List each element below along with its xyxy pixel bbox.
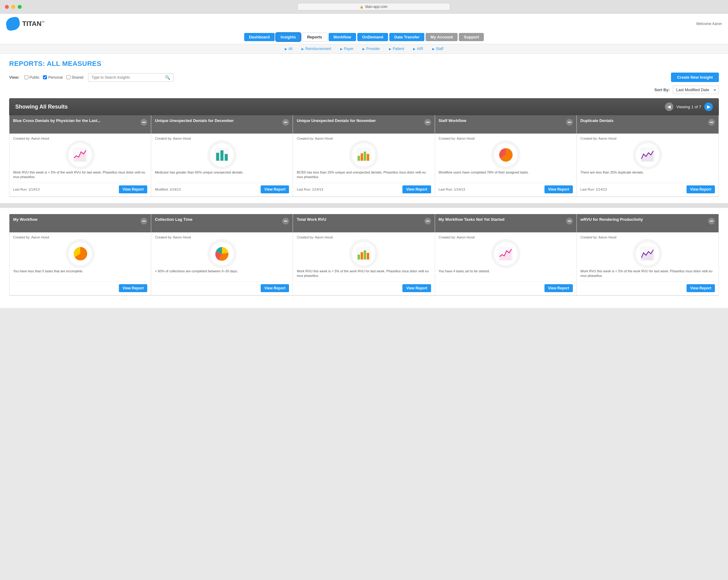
card-body-workflow-tasks: Created by: Aaron Hood You have 4 tasks …: [435, 232, 576, 295]
nav-reports[interactable]: Reports: [302, 33, 327, 42]
checkbox-shared-input[interactable]: [67, 75, 71, 79]
checkbox-public[interactable]: Public: [24, 75, 40, 80]
page-prev-button[interactable]: ◀: [665, 102, 673, 111]
svg-point-1: [143, 122, 145, 123]
card-footer-10: View Report: [580, 281, 715, 292]
subnav-ar[interactable]: ▶ A/R: [413, 47, 423, 51]
card-menu-icon-6[interactable]: [140, 218, 147, 224]
card-body-unique-dec: Created by: Aaron Hood Medicare has grea…: [151, 133, 293, 196]
nav-myaccount[interactable]: My Account: [425, 33, 458, 41]
svg-point-31: [145, 221, 146, 222]
nav-dashboard[interactable]: Dashboard: [244, 33, 275, 41]
card-total-rvu: Total Work RVU Created by: Aaron Hood: [293, 214, 435, 296]
last-run-1: Last Run: 1/14/13: [13, 187, 40, 191]
card-desc-1: Work RVU this week is < 5% of the work R…: [13, 170, 147, 180]
svg-rect-9: [216, 153, 219, 161]
subnav-patient[interactable]: ▶ Patient: [389, 47, 404, 51]
card-desc-2: Medicare has greater than 65% unique une…: [155, 170, 289, 180]
view-report-button-9[interactable]: View Report: [544, 284, 573, 292]
card-title-wrvu: wRVU for Rendering Productivity: [580, 217, 706, 222]
subnav-all[interactable]: ▶ All: [285, 47, 292, 51]
page-next-button[interactable]: ▶: [704, 102, 713, 111]
card-menu-icon-9[interactable]: [566, 218, 573, 224]
svg-rect-43: [364, 250, 366, 259]
address-bar[interactable]: 🔒 titan-app.com: [297, 3, 450, 10]
svg-rect-19: [367, 154, 369, 161]
chart-pie-orange-4: [494, 143, 518, 167]
card-menu-icon-10[interactable]: [708, 218, 715, 224]
subnav-provider[interactable]: ▶ Provider: [362, 47, 380, 51]
chart-bar-green-3: [352, 143, 376, 167]
traffic-light-green[interactable]: [18, 5, 22, 9]
svg-point-13: [427, 122, 428, 123]
card-footer-6: View Report: [13, 281, 147, 292]
nav-support[interactable]: Support: [459, 33, 484, 41]
nav-insights[interactable]: Insights: [276, 33, 301, 41]
nav-workflow[interactable]: Workflow: [329, 33, 356, 41]
card-footer-9: View Report: [439, 281, 573, 292]
view-report-button-4[interactable]: View Report: [544, 185, 573, 193]
sort-label: Sort By:: [654, 87, 670, 92]
checkbox-shared[interactable]: Shared: [67, 75, 83, 80]
view-report-button-1[interactable]: View Report: [119, 185, 147, 193]
svg-point-50: [710, 221, 711, 222]
subnav-payer[interactable]: ▶ Payer: [340, 47, 353, 51]
card-header-total-rvu: Total Work RVU: [293, 214, 435, 232]
nav-ondemand[interactable]: OnDemand: [357, 33, 388, 41]
card-header-my-workflow: My Workflow: [9, 214, 151, 232]
view-report-button-6[interactable]: View Report: [119, 284, 147, 292]
created-by-3: Created by: Aaron Hood: [296, 136, 431, 140]
welcome-text: Welcome Aaron: [696, 22, 722, 26]
svg-point-45: [568, 221, 569, 222]
svg-point-47: [570, 221, 571, 222]
traffic-light-red[interactable]: [5, 5, 9, 9]
svg-rect-42: [361, 252, 363, 259]
sort-select[interactable]: Last Modified Date Name Created Date: [673, 86, 719, 94]
svg-point-7: [286, 122, 287, 123]
card-body-collection-lag: Created by: Aaron Hood < 60% of collecti…: [151, 232, 293, 295]
nav-datatransfer[interactable]: Data Transfer: [389, 33, 424, 41]
chart-line-pink-5: [635, 143, 660, 167]
card-menu-icon-8[interactable]: [424, 218, 431, 224]
view-report-button-7[interactable]: View Report: [261, 284, 289, 292]
card-menu-icon-7[interactable]: [282, 218, 289, 224]
checkbox-public-input[interactable]: [24, 75, 28, 79]
view-report-button-2[interactable]: View Report: [261, 185, 289, 193]
card-footer-7: View Report: [155, 281, 289, 292]
card-title-duplicate: Duplicate Denials: [580, 118, 706, 124]
card-footer-2: Modified: 1/14/13 View Report: [155, 183, 289, 193]
logo: TITAN™: [6, 17, 45, 30]
traffic-light-yellow[interactable]: [11, 5, 15, 9]
checkbox-personal-input[interactable]: [43, 75, 47, 79]
create-new-insight-button[interactable]: Create New Insight: [671, 73, 719, 82]
view-report-button-3[interactable]: View Report: [402, 185, 431, 193]
view-report-button-10[interactable]: View Report: [686, 284, 715, 292]
svg-point-52: [712, 221, 713, 222]
card-my-workflow: My Workflow Created by: Aaron Hood You h…: [9, 214, 151, 296]
last-run-4: Last Run: 1/14/13: [439, 187, 465, 191]
svg-point-46: [569, 221, 570, 222]
search-input[interactable]: [92, 75, 162, 80]
view-report-button-8[interactable]: View Report: [402, 284, 431, 292]
subnav-staff[interactable]: ▶ Staff: [432, 47, 443, 51]
created-by-6: Created by: Aaron Hood: [13, 235, 147, 239]
card-menu-icon-3[interactable]: [424, 119, 431, 126]
card-desc-10: Work RVU this week is < 5% of the work R…: [580, 269, 715, 278]
card-duplicate-denials: Duplicate Denials Created by: Aaron Hood…: [577, 115, 719, 197]
card-menu-icon-4[interactable]: [566, 119, 573, 126]
card-menu-icon-5[interactable]: [708, 119, 715, 126]
svg-point-33: [284, 221, 285, 222]
view-report-button-5[interactable]: View Report: [686, 185, 715, 193]
toolbar: View: Public Personal Shared 🔍 Create Ne…: [9, 73, 719, 82]
checkbox-personal[interactable]: Personal: [43, 75, 62, 80]
card-menu-icon[interactable]: [140, 119, 147, 126]
card-title-staff-workflow: Staff Workflow: [439, 118, 564, 124]
svg-point-14: [428, 122, 429, 123]
svg-point-2: [145, 122, 146, 123]
card-menu-icon-2[interactable]: [282, 119, 289, 126]
subnav-reimbursement[interactable]: ▶ Reimbursement: [302, 47, 331, 51]
main-nav: Dashboard Insights Reports Workflow OnDe…: [6, 33, 722, 44]
chart-bar-green-8: [352, 242, 376, 266]
svg-point-5: [284, 122, 285, 123]
search-box[interactable]: 🔍: [88, 73, 174, 82]
